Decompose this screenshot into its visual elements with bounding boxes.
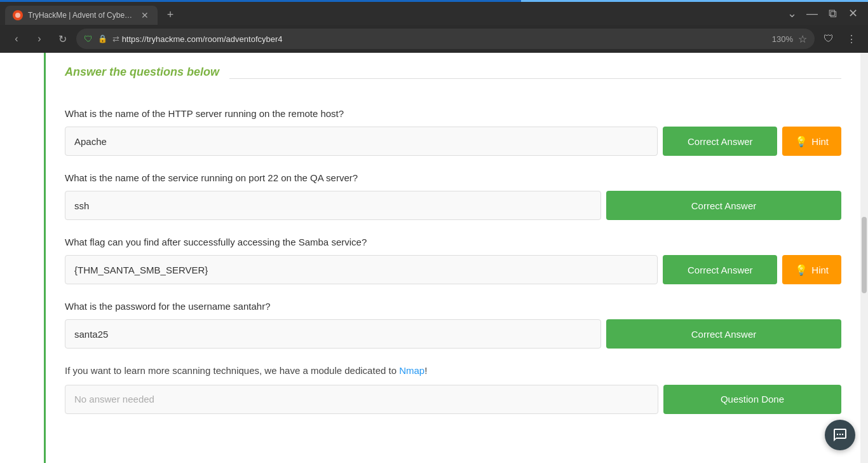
correct-answer-button-1[interactable]: Correct Answer: [663, 127, 777, 156]
question-block-5: If you want to learn more scanning techn…: [65, 364, 841, 414]
chat-widget-button[interactable]: [825, 420, 855, 450]
reload-button[interactable]: ↻: [53, 30, 71, 48]
hint-button-1[interactable]: 💡 Hint: [782, 127, 841, 156]
left-border: [0, 53, 46, 463]
question-block-2: What is the name of the service running …: [65, 171, 841, 220]
window-controls: ⌄ — ⧉ ✕: [782, 4, 863, 25]
tab-list-button[interactable]: ⌄: [782, 4, 802, 22]
answer-input-2[interactable]: [65, 191, 601, 220]
correct-answer-button-4[interactable]: Correct Answer: [606, 319, 841, 349]
close-button[interactable]: ✕: [843, 4, 863, 22]
question-text-1: What is the name of the HTTP server runn…: [65, 107, 841, 120]
question-done-button[interactable]: Question Done: [663, 385, 841, 414]
lock-icon: 🔒: [98, 34, 107, 43]
svg-point-2: [839, 434, 841, 435]
scrollbar-thumb[interactable]: [862, 217, 867, 293]
hint-bulb-icon-1: 💡: [795, 135, 808, 148]
title-divider: [229, 78, 841, 79]
address-bar[interactable]: 🛡 🔒 ⇄ https://tryhackme.com/room/advento…: [76, 29, 815, 49]
question-text-4: What is the password for the username sa…: [65, 300, 841, 313]
hint-label-1: Hint: [811, 136, 829, 147]
info-text: If you want to learn more scanning techn…: [65, 364, 841, 378]
question-row-2: Correct Answer: [65, 191, 841, 220]
answer-input-4[interactable]: [65, 319, 601, 349]
extensions-icon[interactable]: ⋮: [843, 30, 860, 48]
question-text-3: What flag can you find after successfull…: [65, 235, 841, 249]
zoom-level: 130%: [772, 34, 793, 44]
section-header: Answer the questions below: [65, 66, 841, 92]
main-content: Answer the questions below What is the n…: [46, 53, 860, 463]
section-title: Answer the questions below: [65, 66, 219, 79]
svg-point-1: [837, 434, 838, 435]
answer-input-5[interactable]: [65, 385, 658, 414]
question-block-1: What is the name of the HTTP server runn…: [65, 107, 841, 156]
answer-input-3[interactable]: [65, 255, 658, 284]
hint-label-3: Hint: [811, 265, 829, 275]
shield-icon[interactable]: 🛡: [820, 30, 837, 48]
svg-point-3: [842, 434, 843, 435]
browser-window: TryHackMe | Advent of Cyber 2... ✕ + ⌄ —…: [0, 0, 868, 463]
bookmark-icon[interactable]: ☆: [798, 33, 807, 45]
tab-bar: TryHackMe | Advent of Cyber 2... ✕ + ⌄ —…: [0, 2, 868, 25]
answer-input-1[interactable]: [65, 127, 658, 156]
toolbar-right: 🛡 ⋮: [820, 30, 860, 48]
active-tab[interactable]: TryHackMe | Advent of Cyber 2... ✕: [5, 6, 158, 25]
svg-point-0: [15, 13, 20, 18]
question-row-4: Correct Answer: [65, 319, 841, 349]
hint-bulb-icon-3: 💡: [795, 264, 808, 276]
restore-button[interactable]: ⧉: [822, 4, 843, 22]
security-shield-icon: 🛡: [84, 34, 93, 44]
forward-button[interactable]: ›: [31, 30, 48, 48]
question-text-2: What is the name of the service running …: [65, 171, 841, 184]
question-row-3: Correct Answer 💡 Hint: [65, 255, 841, 284]
browser-toolbar: ‹ › ↻ 🛡 🔒 ⇄ https://tryhackme.com/room/a…: [0, 25, 868, 53]
hint-button-3[interactable]: 💡 Hint: [782, 255, 841, 284]
correct-answer-button-3[interactable]: Correct Answer: [663, 255, 777, 284]
scrollbar[interactable]: [860, 53, 868, 463]
minimize-button[interactable]: —: [802, 4, 822, 22]
question-row-5: Question Done: [65, 385, 841, 414]
url-text: ⇄ https://tryhackme.com/room/adventofcyb…: [112, 34, 767, 44]
question-row-1: Correct Answer 💡 Hint: [65, 127, 841, 156]
question-block-4: What is the password for the username sa…: [65, 300, 841, 349]
back-button[interactable]: ‹: [8, 30, 25, 48]
page-content: Answer the questions below What is the n…: [0, 53, 868, 463]
tab-title: TryHackMe | Advent of Cyber 2...: [28, 11, 135, 20]
tab-close-button[interactable]: ✕: [140, 10, 150, 20]
new-tab-button[interactable]: +: [163, 7, 178, 22]
correct-answer-button-2[interactable]: Correct Answer: [606, 191, 841, 220]
tab-favicon: [13, 10, 23, 20]
question-block-3: What flag can you find after successfull…: [65, 235, 841, 284]
nmap-link[interactable]: Nmap: [399, 365, 424, 376]
